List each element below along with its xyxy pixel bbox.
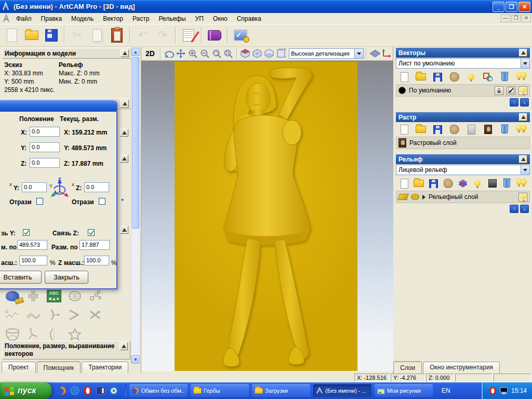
heal-vectors-icon[interactable] bbox=[23, 288, 44, 304]
zoom-in-icon[interactable] bbox=[188, 48, 198, 59]
wrap-vectors-icon[interactable] bbox=[64, 288, 85, 304]
merge-raster-icon[interactable] bbox=[448, 124, 461, 135]
mode-2d-button[interactable]: 2D bbox=[145, 49, 155, 58]
taskbar-button-gerby[interactable]: Гербы bbox=[191, 384, 249, 397]
new-raster-icon[interactable] bbox=[398, 124, 410, 135]
tab-layers[interactable]: Слои bbox=[393, 361, 422, 374]
commander-icon[interactable] bbox=[96, 386, 105, 395]
origin-axes-icon[interactable] bbox=[381, 48, 392, 59]
trim-vectors-icon[interactable]: ✂ bbox=[85, 307, 106, 323]
taskbar-button-artcam[interactable]: (Без имени) - ... bbox=[313, 384, 371, 397]
mirror-y-checkbox[interactable] bbox=[36, 198, 43, 205]
vector-layer-row[interactable]: По умолчанию bbox=[396, 84, 530, 97]
move-layer-up-button[interactable]: ↑ bbox=[510, 98, 518, 107]
taskbar-button-exchange[interactable]: Обмен без обм... bbox=[129, 384, 188, 397]
menu-edit[interactable]: Правка bbox=[36, 14, 67, 23]
relief-visibility-icon[interactable] bbox=[471, 178, 484, 189]
redo-icon[interactable]: ↷ bbox=[154, 26, 171, 44]
minimize-button[interactable]: _ bbox=[493, 2, 504, 12]
shade-mode-icon[interactable] bbox=[369, 48, 380, 59]
language-indicator[interactable]: EN bbox=[442, 387, 450, 394]
zoom-previous-icon[interactable] bbox=[211, 48, 222, 59]
delete-layer-icon[interactable] bbox=[499, 71, 511, 83]
taskbar-button-downloads[interactable]: Загрузки bbox=[252, 384, 310, 397]
layer-bulb-button[interactable] bbox=[518, 86, 527, 95]
copy-icon[interactable] bbox=[88, 26, 106, 44]
fit-arcs-icon[interactable] bbox=[23, 307, 44, 323]
collapse-raster-button[interactable] bbox=[519, 113, 527, 121]
chevron-down-icon[interactable] bbox=[354, 49, 363, 58]
view-along-z-icon[interactable] bbox=[275, 48, 286, 59]
tab-project[interactable]: Проект bbox=[2, 362, 36, 373]
chevron-down-icon[interactable] bbox=[521, 165, 529, 175]
menu-help[interactable]: Справка bbox=[232, 14, 266, 23]
new-file-icon[interactable] bbox=[3, 26, 21, 44]
merge-layers-icon[interactable] bbox=[448, 71, 461, 83]
paint-relief-icon[interactable] bbox=[2, 288, 23, 304]
relief-side-dropdown[interactable]: Лицевой рельеф bbox=[396, 165, 530, 175]
relief-layer-row[interactable]: Рельефный слой bbox=[396, 191, 530, 203]
taskbar-button-pictures[interactable]: Мои рисунки bbox=[375, 384, 433, 397]
relief-up-button[interactable]: ↑ bbox=[510, 205, 518, 213]
save-raster-icon[interactable] bbox=[432, 124, 444, 135]
scale-left-input[interactable]: 100.0 bbox=[19, 256, 47, 265]
model-info-header[interactable]: Информация о модели bbox=[2, 48, 131, 59]
mirror-z-checkbox[interactable] bbox=[99, 198, 105, 205]
child-restore-button[interactable]: ❐ bbox=[511, 15, 521, 22]
open-folder-icon[interactable] bbox=[23, 26, 41, 44]
scroll-down-button[interactable]: ▼ bbox=[131, 355, 140, 364]
display-tray-icon[interactable] bbox=[500, 387, 508, 394]
opera-icon[interactable] bbox=[83, 386, 92, 395]
z-position-input[interactable]: 0.0 bbox=[30, 158, 60, 168]
3d-canvas[interactable] bbox=[141, 61, 394, 371]
image-raster-icon[interactable] bbox=[482, 124, 494, 135]
rotate-y-input[interactable]: 0.0 bbox=[22, 182, 47, 192]
dialog-close-button[interactable]: Закрыть bbox=[45, 271, 88, 284]
vectors-header[interactable]: Векторы bbox=[396, 48, 530, 58]
scale-right-input[interactable]: 100.0 bbox=[84, 256, 109, 265]
layer-visibility-icon[interactable] bbox=[465, 71, 477, 83]
assistant-scrollbar[interactable]: ▲ ▼ bbox=[131, 48, 139, 364]
raster-header[interactable]: Растр bbox=[396, 112, 530, 122]
child-close-button[interactable]: ✕ bbox=[522, 15, 531, 22]
collapse-hidden-section-1-button[interactable] bbox=[120, 129, 128, 137]
link-z-checkbox[interactable] bbox=[88, 229, 95, 236]
system-check-icon[interactable]: ✓ bbox=[232, 26, 249, 44]
tab-toolbox[interactable]: Окно инструментария bbox=[423, 362, 500, 373]
dialog-title-bar[interactable] bbox=[0, 100, 116, 112]
move-layer-down-button[interactable]: ↓ bbox=[520, 98, 529, 107]
relief-header[interactable]: Рельеф bbox=[396, 154, 530, 164]
pan-view-icon[interactable] bbox=[176, 48, 187, 59]
collapse-hidden-section-2-button[interactable] bbox=[120, 155, 128, 163]
lock-layer-button[interactable] bbox=[495, 86, 503, 95]
tab-toolpaths[interactable]: Траектории bbox=[82, 362, 128, 373]
size-by-right-input[interactable]: 17.887 bbox=[79, 240, 110, 250]
child-minimize-button[interactable]: — bbox=[501, 15, 510, 22]
expand-arrow-icon[interactable] bbox=[422, 195, 425, 200]
menu-model[interactable]: Модель bbox=[66, 14, 98, 23]
detail-level-dropdown[interactable]: Высокая детализация bbox=[289, 48, 364, 59]
collapse-hidden-section-3-button[interactable] bbox=[120, 226, 128, 234]
nesting-icon[interactable] bbox=[85, 288, 106, 304]
media-player-icon[interactable] bbox=[109, 386, 118, 395]
undo-icon[interactable]: ↶ bbox=[134, 26, 152, 44]
menu-reliefs[interactable]: Рельефы bbox=[154, 14, 190, 23]
rotate-z-input[interactable]: 0.0 bbox=[84, 182, 109, 192]
relief-layers-icon[interactable] bbox=[457, 178, 469, 189]
save-layer-icon[interactable] bbox=[432, 71, 444, 83]
chevron-down-icon[interactable] bbox=[521, 59, 529, 68]
clear-raster-icon[interactable] bbox=[465, 124, 477, 135]
menu-file[interactable]: Файл bbox=[11, 14, 36, 23]
isometric-view-icon[interactable] bbox=[240, 48, 251, 59]
opera-tray-icon[interactable] bbox=[489, 387, 497, 395]
relief-stamp-icon[interactable] bbox=[486, 178, 499, 189]
firefox-icon[interactable] bbox=[57, 386, 66, 395]
snap-shapes-icon[interactable] bbox=[482, 71, 494, 83]
delete-raster-icon[interactable] bbox=[499, 124, 511, 135]
size-by-left-input[interactable]: 489.573 bbox=[17, 240, 47, 250]
job-notes-icon[interactable] bbox=[180, 26, 197, 44]
raster-visible-icon[interactable] bbox=[515, 124, 528, 135]
delete-relief-icon[interactable] bbox=[501, 178, 513, 189]
menu-window[interactable]: Окно bbox=[208, 14, 232, 23]
vector-position-header[interactable]: Положение, размер, выравнивание векторов bbox=[2, 341, 130, 360]
